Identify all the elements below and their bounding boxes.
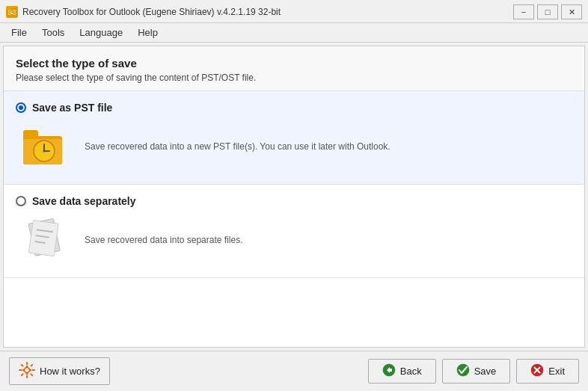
back-label: Back bbox=[400, 366, 422, 377]
svg-point-24 bbox=[29, 369, 31, 372]
pst-icon bbox=[19, 120, 73, 173]
title-bar: Recovery Toolbox for Outlook (Eugene Shi… bbox=[0, 0, 588, 23]
svg-rect-6 bbox=[23, 130, 38, 139]
svg-rect-4 bbox=[7, 7, 11, 10]
menu-bar: File Tools Language Help bbox=[0, 23, 588, 43]
exit-icon bbox=[530, 363, 544, 379]
how-it-works-button[interactable]: How it works? bbox=[9, 357, 110, 385]
separate-files-icon bbox=[19, 213, 73, 267]
bottom-right: Back Save Exit bbox=[368, 359, 579, 384]
option-pst-body: Save recovered data into a new PST file(… bbox=[16, 120, 572, 173]
radio-separate[interactable] bbox=[16, 196, 26, 206]
option-separate-label: Save data separately bbox=[32, 195, 136, 207]
title-bar-controls: − □ ✕ bbox=[513, 4, 582, 19]
svg-point-22 bbox=[26, 366, 28, 368]
save-label: Save bbox=[474, 366, 497, 377]
bottom-left: How it works? bbox=[9, 357, 110, 385]
svg-point-11 bbox=[43, 150, 46, 153]
minimize-button[interactable]: − bbox=[513, 4, 534, 19]
title-bar-text: Recovery Toolbox for Outlook (Eugene Shi… bbox=[22, 7, 281, 17]
save-button[interactable]: Save bbox=[442, 359, 511, 384]
svg-rect-16 bbox=[28, 220, 58, 256]
option-separate-header: Save data separately bbox=[16, 195, 572, 207]
back-button[interactable]: Back bbox=[368, 359, 436, 384]
app-icon bbox=[6, 6, 18, 18]
svg-point-21 bbox=[26, 372, 28, 375]
title-bar-left: Recovery Toolbox for Outlook (Eugene Shi… bbox=[6, 6, 281, 18]
gear-icon bbox=[19, 362, 35, 381]
save-check-icon bbox=[456, 363, 470, 379]
option-pst-label: Save as PST file bbox=[32, 102, 112, 114]
menu-language[interactable]: Language bbox=[73, 25, 129, 40]
maximize-button[interactable]: □ bbox=[537, 4, 558, 19]
page-subtitle: Please select the type of saving the con… bbox=[16, 73, 572, 83]
menu-help[interactable]: Help bbox=[131, 25, 165, 40]
menu-file[interactable]: File bbox=[4, 25, 34, 40]
option-pst-header: Save as PST file bbox=[16, 102, 572, 114]
svg-rect-27 bbox=[390, 369, 392, 372]
header-section: Select the type of save Please select th… bbox=[4, 46, 584, 91]
svg-point-23 bbox=[22, 369, 25, 372]
exit-label: Exit bbox=[548, 366, 565, 377]
back-icon bbox=[382, 363, 396, 379]
bottom-bar: How it works? Back Save bbox=[0, 351, 588, 391]
svg-point-20 bbox=[25, 368, 30, 373]
how-it-works-label: How it works? bbox=[40, 366, 100, 377]
option-separate-description: Save recovered data into separate files. bbox=[85, 235, 572, 245]
option-pst[interactable]: Save as PST file bbox=[4, 91, 584, 185]
option-pst-description: Save recovered data into a new PST file(… bbox=[85, 141, 572, 152]
page-title: Select the type of save bbox=[16, 57, 572, 70]
option-separate[interactable]: Save data separately bbox=[4, 185, 584, 278]
radio-pst[interactable] bbox=[16, 102, 26, 113]
option-separate-body: Save recovered data into separate files. bbox=[16, 213, 572, 267]
main-content: Select the type of save Please select th… bbox=[3, 46, 585, 348]
options-area: Save as PST file bbox=[4, 91, 584, 347]
close-button[interactable]: ✕ bbox=[561, 4, 582, 19]
exit-button[interactable]: Exit bbox=[516, 359, 579, 384]
menu-tools[interactable]: Tools bbox=[35, 25, 71, 40]
